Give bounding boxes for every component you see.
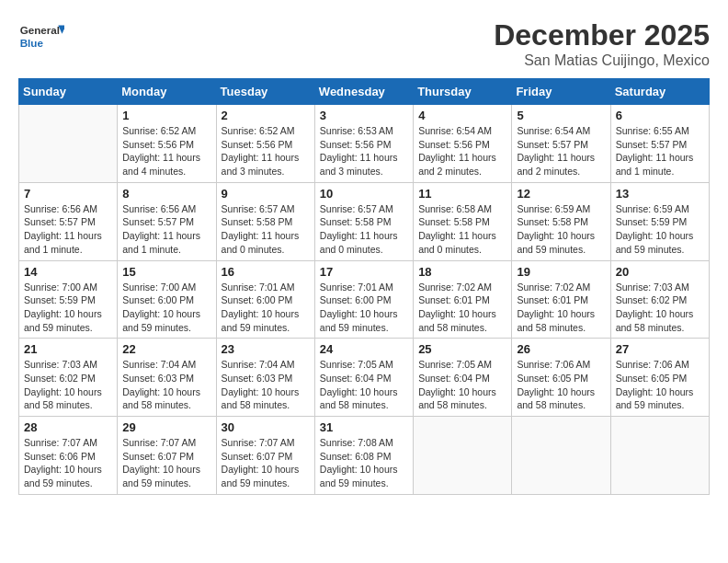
day-number: 17 <box>320 265 408 279</box>
calendar-cell: 11Sunrise: 6:58 AMSunset: 5:58 PMDayligh… <box>414 182 512 260</box>
calendar-cell: 6Sunrise: 6:55 AMSunset: 5:57 PMDaylight… <box>610 105 709 183</box>
calendar-cell: 29Sunrise: 7:07 AMSunset: 6:07 PMDayligh… <box>118 417 216 495</box>
day-info: Sunrise: 7:04 AMSunset: 6:03 PMDaylight:… <box>122 358 210 412</box>
day-number: 15 <box>122 265 210 279</box>
day-number: 10 <box>320 187 408 201</box>
calendar-cell: 20Sunrise: 7:03 AMSunset: 6:02 PMDayligh… <box>610 260 709 339</box>
day-number: 23 <box>222 342 310 356</box>
calendar-cell: 18Sunrise: 7:02 AMSunset: 6:01 PMDayligh… <box>414 260 512 339</box>
calendar-week-2: 7Sunrise: 6:56 AMSunset: 5:57 PMDaylight… <box>19 182 710 260</box>
day-number: 5 <box>517 109 605 122</box>
day-info: Sunrise: 7:07 AMSunset: 6:06 PMDaylight:… <box>24 436 112 490</box>
calendar-cell: 13Sunrise: 6:59 AMSunset: 5:59 PMDayligh… <box>610 182 709 260</box>
day-number: 8 <box>122 187 210 201</box>
day-info: Sunrise: 7:01 AMSunset: 6:00 PMDaylight:… <box>222 281 310 335</box>
day-number: 28 <box>24 420 112 434</box>
day-info: Sunrise: 7:08 AMSunset: 6:08 PMDaylight:… <box>320 436 408 490</box>
day-number: 1 <box>122 109 210 122</box>
day-number: 19 <box>517 265 605 279</box>
svg-text:Blue: Blue <box>20 37 44 49</box>
day-info: Sunrise: 7:04 AMSunset: 6:03 PMDaylight:… <box>222 358 310 412</box>
calendar-cell <box>512 417 610 495</box>
subtitle: San Matias Cuijingo, Mexico <box>494 52 710 69</box>
day-info: Sunrise: 6:56 AMSunset: 5:57 PMDaylight:… <box>122 202 210 257</box>
calendar-cell: 9Sunrise: 6:57 AMSunset: 5:58 PMDaylight… <box>216 182 314 260</box>
calendar-cell <box>610 417 709 495</box>
logo-svg: General Blue <box>18 18 64 55</box>
day-info: Sunrise: 6:54 AMSunset: 5:56 PMDaylight:… <box>418 124 506 178</box>
day-info: Sunrise: 6:53 AMSunset: 5:56 PMDaylight:… <box>320 124 408 178</box>
calendar-week-5: 28Sunrise: 7:07 AMSunset: 6:06 PMDayligh… <box>19 417 710 495</box>
day-info: Sunrise: 7:05 AMSunset: 6:04 PMDaylight:… <box>418 358 506 412</box>
day-info: Sunrise: 7:07 AMSunset: 6:07 PMDaylight:… <box>222 436 310 490</box>
day-info: Sunrise: 7:02 AMSunset: 6:01 PMDaylight:… <box>418 281 506 335</box>
day-number: 21 <box>24 342 112 356</box>
calendar-cell: 16Sunrise: 7:01 AMSunset: 6:00 PMDayligh… <box>216 260 314 339</box>
day-info: Sunrise: 7:06 AMSunset: 6:05 PMDaylight:… <box>616 358 704 412</box>
calendar-cell: 23Sunrise: 7:04 AMSunset: 6:03 PMDayligh… <box>216 339 314 417</box>
day-number: 9 <box>222 187 310 201</box>
calendar-cell: 21Sunrise: 7:03 AMSunset: 6:02 PMDayligh… <box>19 339 118 417</box>
svg-text:General: General <box>20 25 60 37</box>
day-number: 2 <box>222 109 310 122</box>
day-info: Sunrise: 6:59 AMSunset: 5:59 PMDaylight:… <box>616 202 704 257</box>
day-header-saturday: Saturday <box>610 79 709 105</box>
calendar: SundayMondayTuesdayWednesdayThursdayFrid… <box>18 78 710 495</box>
day-info: Sunrise: 7:05 AMSunset: 6:04 PMDaylight:… <box>320 358 408 412</box>
day-header-monday: Monday <box>118 79 216 105</box>
day-info: Sunrise: 6:59 AMSunset: 5:58 PMDaylight:… <box>517 202 605 257</box>
calendar-cell: 12Sunrise: 6:59 AMSunset: 5:58 PMDayligh… <box>512 182 610 260</box>
day-info: Sunrise: 7:00 AMSunset: 5:59 PMDaylight:… <box>24 281 112 335</box>
calendar-cell: 30Sunrise: 7:07 AMSunset: 6:07 PMDayligh… <box>216 417 314 495</box>
day-number: 22 <box>122 342 210 356</box>
day-number: 31 <box>320 420 408 434</box>
calendar-week-3: 14Sunrise: 7:00 AMSunset: 5:59 PMDayligh… <box>19 260 710 339</box>
calendar-cell: 27Sunrise: 7:06 AMSunset: 6:05 PMDayligh… <box>610 339 709 417</box>
day-info: Sunrise: 7:03 AMSunset: 6:02 PMDaylight:… <box>616 281 704 335</box>
calendar-week-4: 21Sunrise: 7:03 AMSunset: 6:02 PMDayligh… <box>19 339 710 417</box>
day-info: Sunrise: 7:00 AMSunset: 6:00 PMDaylight:… <box>122 281 210 335</box>
day-number: 24 <box>320 342 408 356</box>
day-info: Sunrise: 6:52 AMSunset: 5:56 PMDaylight:… <box>122 124 210 178</box>
day-number: 13 <box>616 187 704 201</box>
day-header-friday: Friday <box>512 79 610 105</box>
day-number: 6 <box>616 109 704 122</box>
day-info: Sunrise: 6:56 AMSunset: 5:57 PMDaylight:… <box>24 202 112 257</box>
calendar-cell: 14Sunrise: 7:00 AMSunset: 5:59 PMDayligh… <box>19 260 118 339</box>
day-info: Sunrise: 7:07 AMSunset: 6:07 PMDaylight:… <box>122 436 210 490</box>
day-info: Sunrise: 6:52 AMSunset: 5:56 PMDaylight:… <box>222 124 310 178</box>
calendar-cell: 22Sunrise: 7:04 AMSunset: 6:03 PMDayligh… <box>118 339 216 417</box>
day-number: 16 <box>222 265 310 279</box>
day-info: Sunrise: 7:03 AMSunset: 6:02 PMDaylight:… <box>24 358 112 412</box>
day-info: Sunrise: 6:58 AMSunset: 5:58 PMDaylight:… <box>418 202 506 257</box>
calendar-cell <box>19 105 118 183</box>
day-number: 30 <box>222 420 310 434</box>
day-number: 12 <box>517 187 605 201</box>
day-number: 14 <box>24 265 112 279</box>
calendar-header-row: SundayMondayTuesdayWednesdayThursdayFrid… <box>19 79 710 105</box>
day-header-tuesday: Tuesday <box>216 79 314 105</box>
day-number: 27 <box>616 342 704 356</box>
calendar-cell: 31Sunrise: 7:08 AMSunset: 6:08 PMDayligh… <box>314 417 413 495</box>
day-header-thursday: Thursday <box>414 79 512 105</box>
title-area: December 2025 San Matias Cuijingo, Mexic… <box>494 18 710 69</box>
day-info: Sunrise: 6:57 AMSunset: 5:58 PMDaylight:… <box>222 202 310 257</box>
day-number: 20 <box>616 265 704 279</box>
day-number: 25 <box>418 342 506 356</box>
calendar-cell: 26Sunrise: 7:06 AMSunset: 6:05 PMDayligh… <box>512 339 610 417</box>
calendar-cell: 4Sunrise: 6:54 AMSunset: 5:56 PMDaylight… <box>414 105 512 183</box>
calendar-cell: 8Sunrise: 6:56 AMSunset: 5:57 PMDaylight… <box>118 182 216 260</box>
day-number: 11 <box>418 187 506 201</box>
day-header-wednesday: Wednesday <box>314 79 413 105</box>
day-info: Sunrise: 6:54 AMSunset: 5:57 PMDaylight:… <box>517 124 605 178</box>
day-header-sunday: Sunday <box>19 79 118 105</box>
calendar-cell: 19Sunrise: 7:02 AMSunset: 6:01 PMDayligh… <box>512 260 610 339</box>
day-info: Sunrise: 7:02 AMSunset: 6:01 PMDaylight:… <box>517 281 605 335</box>
day-number: 7 <box>24 187 112 201</box>
day-info: Sunrise: 7:01 AMSunset: 6:00 PMDaylight:… <box>320 281 408 335</box>
calendar-cell: 17Sunrise: 7:01 AMSunset: 6:00 PMDayligh… <box>314 260 413 339</box>
calendar-cell: 24Sunrise: 7:05 AMSunset: 6:04 PMDayligh… <box>314 339 413 417</box>
day-info: Sunrise: 6:57 AMSunset: 5:58 PMDaylight:… <box>320 202 408 257</box>
logo: General Blue <box>18 18 64 55</box>
day-number: 3 <box>320 109 408 122</box>
